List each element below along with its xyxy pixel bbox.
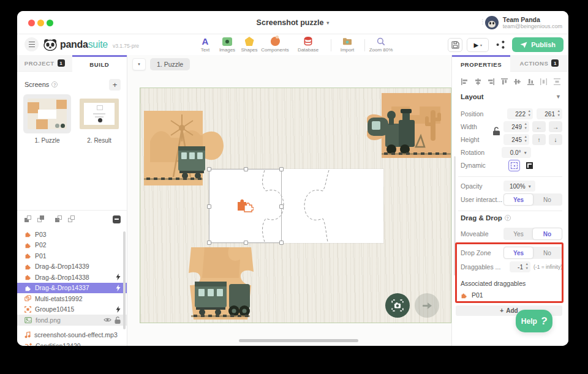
puzzle-piece-bottom[interactable] xyxy=(186,247,256,320)
stepper-icon[interactable]: ▲▼ xyxy=(557,109,560,118)
selection-box[interactable] xyxy=(209,169,282,243)
dropzone-toggle: Yes No xyxy=(503,247,562,259)
layer-row[interactable]: Groupe10415 xyxy=(17,304,127,315)
moveable-no[interactable]: No xyxy=(533,228,562,239)
nudge-down-button[interactable]: ↓ xyxy=(549,134,562,145)
tool-zoom[interactable]: Zoom 80% xyxy=(365,36,397,53)
position-x-input[interactable]: 222 ▲▼ xyxy=(507,108,533,119)
opacity-dropdown[interactable]: 100% ▼ xyxy=(503,181,535,192)
chevron-down-icon: ▾ xyxy=(480,43,482,47)
resize-handle-ne[interactable] xyxy=(279,167,284,171)
nudge-up-button[interactable]: ↑ xyxy=(532,134,546,145)
screen-thumbnail-puzzle[interactable]: 1. Puzzle xyxy=(23,94,71,144)
stepper-icon[interactable]: ▲▼ xyxy=(524,122,527,130)
position-y-input[interactable]: 261 ▲▼ xyxy=(537,108,562,119)
distribute-vertical-icon[interactable] xyxy=(553,78,561,86)
align-bottom-icon[interactable] xyxy=(527,78,535,86)
tool-database[interactable]: Database xyxy=(292,36,324,53)
align-center-horizontal-icon[interactable] xyxy=(474,78,482,86)
puzzle-piece-top-right[interactable] xyxy=(367,93,451,158)
moveable-yes[interactable]: Yes xyxy=(504,228,533,239)
distribute-horizontal-icon[interactable] xyxy=(540,78,548,86)
stepper-icon[interactable]: ▲▼ xyxy=(524,135,527,143)
stepper-icon[interactable]: ▲▼ xyxy=(526,262,529,271)
stepper-icon[interactable]: ▲▼ xyxy=(528,109,531,118)
tab-project[interactable]: PROJECT 1 xyxy=(17,55,72,72)
layer-row[interactable]: fond.png xyxy=(17,315,127,326)
layer-row-selected[interactable]: Drag-&-Drop14337 xyxy=(17,283,127,294)
delete-layer-icon[interactable] xyxy=(113,215,121,223)
arrow-right-icon xyxy=(422,302,432,310)
info-icon[interactable]: ? xyxy=(51,81,58,88)
draggables-count-input[interactable]: -1 ▲▼ xyxy=(510,261,530,272)
save-button[interactable] xyxy=(448,38,462,52)
rotation-dropdown[interactable]: 0.0° ▼ xyxy=(502,147,531,158)
screen-thumbnail-result[interactable]: 2. Result xyxy=(75,94,123,144)
layer-row[interactable]: P03 xyxy=(17,229,127,240)
send-to-back-icon[interactable] xyxy=(68,215,75,223)
tool-import[interactable]: Import xyxy=(331,36,363,53)
width-input[interactable]: 249 ▲▼ xyxy=(503,121,529,132)
layer-row[interactable]: screenshot-sound-effect.mp3 xyxy=(17,330,127,341)
screen-dropdown-button[interactable]: ▾ xyxy=(132,58,146,70)
layer-row[interactable]: Multi-etats19992 xyxy=(17,293,127,304)
user-interaction-yes[interactable]: Yes xyxy=(504,194,533,205)
properties-panel: PROPERTIES ACTIONS 1 xyxy=(451,55,568,346)
resize-handle-s[interactable] xyxy=(244,241,248,245)
associated-draggable-item[interactable]: P01 xyxy=(461,289,562,301)
preview-button[interactable]: ▶ ▾ xyxy=(467,38,489,52)
user-interaction-no[interactable]: No xyxy=(533,194,562,205)
align-left-icon[interactable] xyxy=(461,78,469,86)
dynamic-fixed-button[interactable] xyxy=(524,160,535,171)
layout-section-header[interactable]: Layout ▼ xyxy=(461,93,561,100)
layers-scrollbar[interactable] xyxy=(123,231,126,329)
user-account[interactable]: Team Panda team@beingenious.com xyxy=(485,14,562,31)
help-button[interactable]: Help ? xyxy=(516,310,552,332)
align-middle-vertical-icon[interactable] xyxy=(513,78,521,86)
action-bolt-icon xyxy=(116,274,121,280)
resize-handle-e[interactable] xyxy=(279,204,284,209)
eye-icon[interactable] xyxy=(104,317,111,323)
bring-forward-icon[interactable] xyxy=(24,215,32,223)
layer-row[interactable]: P01 xyxy=(17,250,127,261)
resize-handle-se[interactable] xyxy=(279,241,284,245)
canvas-horizontal-scrollbar[interactable] xyxy=(239,339,358,342)
tab-properties[interactable]: PROPERTIES xyxy=(452,55,510,72)
add-screen-button[interactable]: + xyxy=(109,79,121,91)
associated-draggables-label-row: Associated draggables xyxy=(461,277,562,290)
resize-handle-n[interactable] xyxy=(244,167,248,171)
resize-handle-sw[interactable] xyxy=(207,241,211,245)
panel-scrollbar[interactable] xyxy=(454,156,456,275)
dropzone-yes[interactable]: Yes xyxy=(504,247,533,258)
canvas-area: ▾ 1. Puzzle xyxy=(127,55,451,346)
lock-open-icon[interactable] xyxy=(115,316,121,324)
tab-build[interactable]: BUILD xyxy=(72,55,127,72)
bring-to-front-icon[interactable] xyxy=(37,215,45,223)
height-input[interactable]: 245 ▲▼ xyxy=(503,134,529,145)
dropzone-no[interactable]: No xyxy=(533,247,562,258)
resize-handle-w[interactable] xyxy=(207,204,211,209)
tab-actions[interactable]: ACTIONS 1 xyxy=(510,55,568,72)
align-top-icon[interactable] xyxy=(500,78,508,86)
screenshot-button[interactable] xyxy=(385,293,410,318)
tool-components[interactable]: Components xyxy=(259,36,291,53)
action-bolt-icon xyxy=(116,306,121,313)
publish-button[interactable]: Publish xyxy=(512,37,564,52)
design-canvas[interactable] xyxy=(140,88,451,323)
brand-logo[interactable]: pandasuite v3.1.75-pre xyxy=(43,36,139,53)
info-icon[interactable]: ? xyxy=(505,215,511,221)
next-button-disabled[interactable] xyxy=(415,293,439,318)
nudge-right-button[interactable]: → xyxy=(549,121,562,132)
layer-row[interactable]: Drag-&-Drop14338 xyxy=(17,272,127,283)
layer-row[interactable]: Condition12420 xyxy=(17,340,127,346)
layer-row[interactable]: P02 xyxy=(17,240,127,251)
canvas-tab-puzzle[interactable]: 1. Puzzle xyxy=(150,58,190,70)
nudge-left-button[interactable]: ← xyxy=(532,121,546,132)
share-button[interactable] xyxy=(493,38,508,52)
send-backward-icon[interactable] xyxy=(55,215,62,223)
dynamic-relative-button[interactable] xyxy=(508,160,520,171)
layer-row[interactable]: Drag-&-Drop14339 xyxy=(17,261,127,272)
menu-button[interactable] xyxy=(24,37,39,51)
align-right-icon[interactable] xyxy=(487,78,495,86)
resize-handle-nw[interactable] xyxy=(207,167,211,171)
